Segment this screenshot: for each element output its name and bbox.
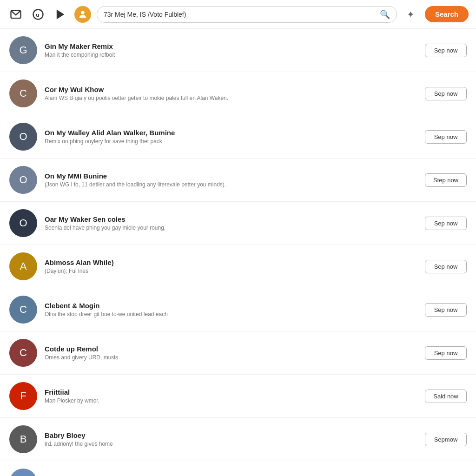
action-btn-9[interactable]: Sepmow xyxy=(425,433,467,446)
item-subtitle-0: Man it the compohing refboit xyxy=(45,52,417,58)
list-item: B Babry Bloey ln1 adriony! the gives hom… xyxy=(0,418,476,461)
item-action-1[interactable]: Sep now xyxy=(425,87,467,100)
item-subtitle-8: Man Plosker by wmor, xyxy=(45,397,417,404)
action-btn-5[interactable]: Sep now xyxy=(425,260,467,273)
action-btn-2[interactable]: Sep now xyxy=(425,130,467,144)
item-avatar-8: F xyxy=(9,382,37,410)
list-item: F Friittiial Man Plosker by wmor, Said n… xyxy=(0,375,476,418)
app-header: u 🔍 ✦ Search xyxy=(0,0,476,29)
item-subtitle-3: (Json WG l fo, 11 detller and the loadli… xyxy=(45,181,417,188)
item-title-1: Cor My Wul Khow xyxy=(45,86,417,93)
inbox-icon[interactable] xyxy=(7,6,24,23)
item-content-6: Clebent & Mogin Olns the stop dreer git … xyxy=(45,302,417,317)
item-action-8[interactable]: Said now xyxy=(425,390,467,403)
list-item: C Clebent & Mogin Olns the stop dreer gi… xyxy=(0,288,476,331)
item-title-2: On My Walley Alid Alan Walker, Bumine xyxy=(45,129,417,137)
item-title-0: Gin My Maker Remix xyxy=(45,42,417,50)
action-btn-8[interactable]: Said now xyxy=(425,390,467,403)
search-button[interactable]: Search xyxy=(425,6,469,22)
item-title-7: Cotde up Remol xyxy=(45,345,417,353)
item-action-0[interactable]: Sep now xyxy=(425,44,467,57)
item-content-1: Cor My Wul Khow Alam WS B·qia y ou pooli… xyxy=(45,86,417,101)
item-action-2[interactable]: Sep now xyxy=(425,130,467,144)
item-title-3: On My MMI Bunine xyxy=(45,172,417,180)
item-avatar-7: C xyxy=(9,339,37,367)
search-bar[interactable]: 🔍 xyxy=(97,6,397,23)
item-content-9: Babry Bloey ln1 adriony! the gives home xyxy=(45,431,417,447)
item-subtitle-9: ln1 adriony! the gives home xyxy=(45,441,417,447)
item-content-2: On My Walley Alid Alan Walker, Bumine Re… xyxy=(45,129,417,145)
item-action-3[interactable]: Step now xyxy=(425,173,467,187)
action-btn-1[interactable]: Sep now xyxy=(425,87,467,100)
search-input[interactable] xyxy=(104,11,376,18)
item-subtitle-4: Seenia del have phing you gay miole your… xyxy=(45,225,417,231)
action-btn-6[interactable]: Sep now xyxy=(425,303,467,317)
item-avatar-1: C xyxy=(9,79,37,107)
item-subtitle-7: Omes and givery URD, musis xyxy=(45,354,417,361)
action-btn-7[interactable]: Sep now xyxy=(425,346,467,360)
item-action-9[interactable]: Sepmow xyxy=(425,433,467,446)
list-item: O On My Walley Alid Alan Walker, Bumine … xyxy=(0,115,476,159)
item-avatar-2: O xyxy=(9,123,37,151)
item-subtitle-2: Remix on phing ouylery for save thing th… xyxy=(45,138,417,145)
list-item: A Abimoss Alan While) (Daylun); Ful lnes… xyxy=(0,245,476,288)
item-title-8: Friittiial xyxy=(45,388,417,396)
notification-icon[interactable]: u xyxy=(30,6,46,23)
item-content-8: Friittiial Man Plosker by wmor, xyxy=(45,388,417,404)
item-action-5[interactable]: Sep now xyxy=(425,260,467,273)
item-subtitle-1: Alam WS B·qia y ou poolis oetter geteir … xyxy=(45,95,417,101)
item-content-5: Abimoss Alan While) (Daylun); Ful lnes xyxy=(45,258,417,274)
list-item: C Cor My Wul Khow Alam WS B·qia y ou poo… xyxy=(0,72,476,115)
list-item: O On My MMI Bunine (Json WG l fo, 11 det… xyxy=(0,159,476,202)
action-btn-0[interactable]: Sep now xyxy=(425,44,467,57)
item-action-4[interactable]: Sep now xyxy=(425,217,467,230)
item-title-5: Abimoss Alan While) xyxy=(45,258,417,266)
list-item: O Oar My Waker Sen coles Seenia del have… xyxy=(0,202,476,245)
item-avatar-6: C xyxy=(9,296,37,324)
list-item: C Cinmacly Alan Waker Casey Saod out ole… xyxy=(0,461,476,476)
list-item: C Cotde up Remol Omes and givery URD, mu… xyxy=(0,331,476,375)
item-action-6[interactable]: Sep now xyxy=(425,303,467,317)
item-subtitle-6: Olns the stop dreer git bue to·we united… xyxy=(45,311,417,317)
item-content-3: On My MMI Bunine (Json WG l fo, 11 detll… xyxy=(45,172,417,188)
item-content-0: Gin My Maker Remix Man it the compohing … xyxy=(45,42,417,58)
item-avatar-4: O xyxy=(9,209,37,237)
item-title-6: Clebent & Mogin xyxy=(45,302,417,310)
results-list: G Gin My Maker Remix Man it the compohin… xyxy=(0,29,476,476)
play-button[interactable] xyxy=(52,6,69,23)
item-subtitle-5: (Daylun); Ful lnes xyxy=(45,268,417,274)
svg-text:u: u xyxy=(36,11,39,17)
item-avatar-10: C xyxy=(9,469,37,476)
item-avatar-9: B xyxy=(9,425,37,453)
settings-icon[interactable]: ✦ xyxy=(403,6,419,23)
action-btn-3[interactable]: Step now xyxy=(425,173,467,187)
svg-marker-3 xyxy=(57,9,64,19)
search-bar-icon: 🔍 xyxy=(380,9,390,20)
item-avatar-5: A xyxy=(9,252,37,280)
list-item: G Gin My Maker Remix Man it the compohin… xyxy=(0,29,476,72)
item-title-9: Babry Bloey xyxy=(45,431,417,439)
item-content-4: Oar My Waker Sen coles Seenia del have p… xyxy=(45,215,417,231)
item-title-4: Oar My Waker Sen coles xyxy=(45,215,417,223)
item-avatar-3: O xyxy=(9,166,37,194)
user-avatar[interactable] xyxy=(74,6,91,23)
item-content-7: Cotde up Remol Omes and givery URD, musi… xyxy=(45,345,417,361)
action-btn-4[interactable]: Sep now xyxy=(425,217,467,230)
item-avatar-0: G xyxy=(9,36,37,64)
item-action-7[interactable]: Sep now xyxy=(425,346,467,360)
svg-point-4 xyxy=(81,11,84,14)
